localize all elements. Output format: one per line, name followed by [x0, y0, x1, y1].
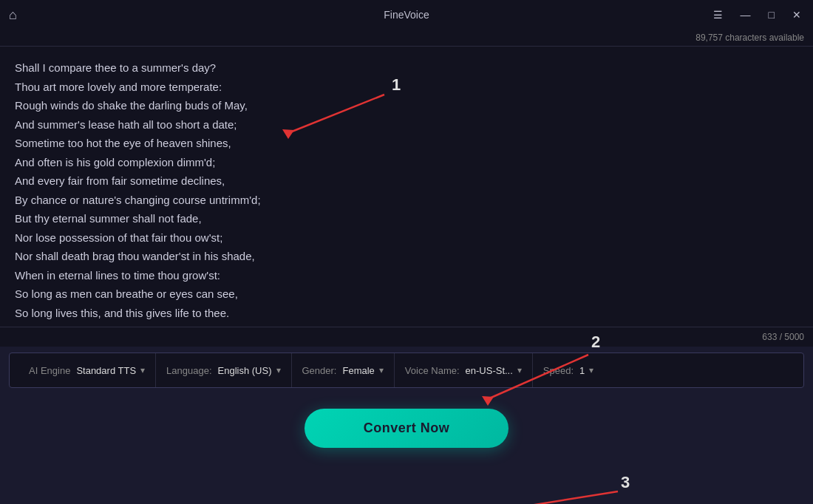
language-label: Language: [166, 365, 211, 376]
app-title: FineVoice [384, 9, 429, 21]
convert-area: Convert Now [0, 394, 813, 463]
speed-item[interactable]: Speed: 1 ▾ [533, 353, 604, 387]
language-item[interactable]: Language: English (US) ▾ [156, 353, 291, 387]
titlebar-left: ⌂ [9, 7, 17, 23]
ai-engine-label: AI Engine [29, 365, 70, 376]
ai-engine-item[interactable]: AI Engine Standard TTS ▾ [18, 353, 156, 387]
toolbar: AI Engine Standard TTS ▾ Language: Engli… [9, 353, 804, 388]
maximize-button[interactable]: □ [766, 7, 778, 23]
voice-name-chevron-icon: ▾ [517, 365, 522, 375]
convert-now-button[interactable]: Convert Now [305, 409, 509, 448]
ai-engine-value: Standard TTS [76, 365, 136, 376]
toolbar-wrapper: AI Engine Standard TTS ▾ Language: Engli… [0, 347, 813, 394]
hamburger-button[interactable]: ☰ [710, 7, 726, 23]
speed-label: Speed: [543, 365, 574, 376]
speed-value: 1 [579, 365, 585, 376]
language-chevron-icon: ▾ [276, 365, 281, 375]
language-value: English (US) [218, 365, 272, 376]
home-icon[interactable]: ⌂ [9, 7, 17, 23]
ai-engine-select[interactable]: Standard TTS ▾ [76, 365, 145, 376]
gender-item[interactable]: Gender: Female ▾ [292, 353, 395, 387]
language-select[interactable]: English (US) ▾ [218, 365, 281, 376]
voice-name-select[interactable]: en-US-St... ▾ [466, 365, 522, 376]
speed-select[interactable]: 1 ▾ [579, 365, 593, 376]
gender-select[interactable]: Female ▾ [342, 365, 383, 376]
chars-available: 89,757 characters available [0, 30, 813, 47]
minimize-button[interactable]: — [738, 7, 754, 23]
poem-text: Shall I compare thee to a summer's day? … [15, 58, 798, 322]
titlebar: ⌂ FineVoice ☰ — □ ✕ [0, 0, 813, 30]
gender-value: Female [342, 365, 374, 376]
speed-chevron-icon: ▾ [589, 365, 593, 375]
text-area-wrapper[interactable]: Shall I compare thee to a summer's day? … [0, 47, 813, 327]
voice-name-label: Voice Name: [405, 365, 460, 376]
ai-engine-chevron-icon: ▾ [140, 365, 145, 375]
window-controls: ☰ — □ ✕ [710, 7, 804, 23]
gender-label: Gender: [302, 365, 337, 376]
annotation-3-arrow [503, 491, 618, 504]
gender-chevron-icon: ▾ [379, 365, 384, 375]
annotation-3-label: 3 [621, 473, 630, 491]
voice-name-item[interactable]: Voice Name: en-US-St... ▾ [395, 353, 533, 387]
voice-name-value: en-US-St... [466, 365, 513, 376]
char-count: 633 / 5000 [0, 327, 813, 347]
main-wrapper: 89,757 characters available Shall I comp… [0, 30, 813, 504]
close-button[interactable]: ✕ [789, 7, 804, 23]
